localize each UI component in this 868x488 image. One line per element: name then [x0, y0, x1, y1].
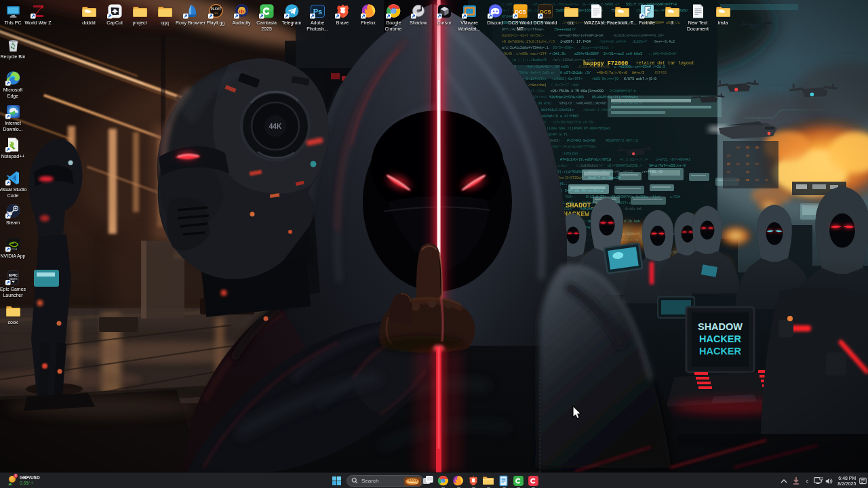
svg-text:GAMES: GAMES: [9, 278, 18, 281]
svg-text:PLAYIT: PLAYIT: [210, 7, 221, 11]
svg-text:NVIDIA: NVIDIA: [9, 248, 17, 251]
svg-text:EPIC: EPIC: [9, 273, 18, 277]
svg-text:GG: GG: [214, 12, 218, 15]
